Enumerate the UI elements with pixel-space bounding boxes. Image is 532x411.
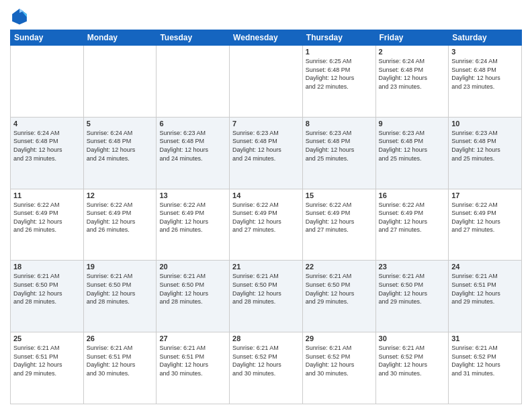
day-cell: 13Sunrise: 6:22 AM Sunset: 6:49 PM Dayli… bbox=[157, 189, 230, 261]
day-info-text: Sunrise: 6:21 AM Sunset: 6:51 PM Dayligh… bbox=[451, 273, 500, 305]
day-cell: 16Sunrise: 6:22 AM Sunset: 6:49 PM Dayli… bbox=[375, 189, 449, 261]
week-row-3: 11Sunrise: 6:22 AM Sunset: 6:49 PM Dayli… bbox=[11, 189, 522, 261]
day-number: 19 bbox=[87, 263, 154, 271]
day-cell: 30Sunrise: 6:21 AM Sunset: 6:52 PM Dayli… bbox=[375, 332, 449, 404]
calendar-body: 1Sunrise: 6:25 AM Sunset: 6:48 PM Daylig… bbox=[11, 46, 522, 404]
day-number: 18 bbox=[13, 263, 81, 271]
week-row-4: 18Sunrise: 6:21 AM Sunset: 6:50 PM Dayli… bbox=[11, 261, 522, 332]
day-cell: 22Sunrise: 6:21 AM Sunset: 6:50 PM Dayli… bbox=[302, 261, 375, 332]
day-number: 26 bbox=[87, 334, 154, 342]
day-number: 9 bbox=[379, 120, 446, 128]
day-info-text: Sunrise: 6:22 AM Sunset: 6:49 PM Dayligh… bbox=[306, 201, 355, 234]
day-cell: 6Sunrise: 6:23 AM Sunset: 6:48 PM Daylig… bbox=[157, 117, 230, 189]
day-number: 28 bbox=[232, 334, 300, 342]
day-cell: 2Sunrise: 6:24 AM Sunset: 6:48 PM Daylig… bbox=[375, 46, 449, 118]
day-cell: 24Sunrise: 6:21 AM Sunset: 6:51 PM Dayli… bbox=[449, 261, 522, 332]
day-number: 30 bbox=[379, 334, 446, 342]
header-cell-tuesday: Tuesday bbox=[157, 30, 230, 46]
day-info-text: Sunrise: 6:22 AM Sunset: 6:49 PM Dayligh… bbox=[159, 201, 208, 234]
day-number: 16 bbox=[379, 191, 446, 199]
day-number: 27 bbox=[159, 334, 226, 342]
header-cell-sunday: Sunday bbox=[11, 30, 84, 46]
calendar-header: SundayMondayTuesdayWednesdayThursdayFrid… bbox=[11, 30, 522, 46]
day-number: 8 bbox=[306, 120, 373, 128]
day-number: 3 bbox=[451, 48, 519, 56]
day-cell: 23Sunrise: 6:21 AM Sunset: 6:50 PM Dayli… bbox=[375, 261, 449, 332]
day-number: 6 bbox=[159, 120, 226, 128]
header-row: SundayMondayTuesdayWednesdayThursdayFrid… bbox=[11, 30, 522, 46]
day-info-text: Sunrise: 6:22 AM Sunset: 6:49 PM Dayligh… bbox=[232, 201, 281, 234]
day-number: 15 bbox=[306, 191, 373, 199]
day-cell: 31Sunrise: 6:21 AM Sunset: 6:52 PM Dayli… bbox=[449, 332, 522, 404]
day-info-text: Sunrise: 6:23 AM Sunset: 6:48 PM Dayligh… bbox=[379, 130, 428, 162]
day-cell: 26Sunrise: 6:21 AM Sunset: 6:51 PM Dayli… bbox=[83, 332, 157, 404]
day-cell: 19Sunrise: 6:21 AM Sunset: 6:50 PM Dayli… bbox=[83, 261, 157, 332]
day-info-text: Sunrise: 6:21 AM Sunset: 6:52 PM Dayligh… bbox=[306, 345, 355, 377]
day-info-text: Sunrise: 6:21 AM Sunset: 6:50 PM Dayligh… bbox=[306, 273, 355, 305]
day-number: 13 bbox=[159, 191, 226, 199]
day-number: 17 bbox=[451, 191, 519, 199]
day-number: 31 bbox=[451, 334, 519, 342]
day-cell: 27Sunrise: 6:21 AM Sunset: 6:51 PM Dayli… bbox=[157, 332, 230, 404]
day-cell bbox=[83, 46, 157, 118]
day-number: 25 bbox=[13, 334, 81, 342]
day-cell: 21Sunrise: 6:21 AM Sunset: 6:50 PM Dayli… bbox=[230, 261, 303, 332]
day-number: 22 bbox=[306, 263, 373, 271]
header-cell-monday: Monday bbox=[83, 30, 157, 46]
page: SundayMondayTuesdayWednesdayThursdayFrid… bbox=[0, 0, 532, 411]
day-number: 24 bbox=[451, 263, 519, 271]
day-cell: 11Sunrise: 6:22 AM Sunset: 6:49 PM Dayli… bbox=[11, 189, 84, 261]
day-number: 4 bbox=[13, 120, 81, 128]
day-info-text: Sunrise: 6:21 AM Sunset: 6:52 PM Dayligh… bbox=[379, 345, 428, 377]
day-cell: 29Sunrise: 6:21 AM Sunset: 6:52 PM Dayli… bbox=[302, 332, 375, 404]
day-info-text: Sunrise: 6:21 AM Sunset: 6:51 PM Dayligh… bbox=[159, 345, 208, 377]
day-number: 14 bbox=[232, 191, 300, 199]
day-info-text: Sunrise: 6:22 AM Sunset: 6:49 PM Dayligh… bbox=[379, 201, 428, 234]
day-number: 21 bbox=[232, 263, 300, 271]
day-info-text: Sunrise: 6:24 AM Sunset: 6:48 PM Dayligh… bbox=[451, 58, 500, 90]
day-info-text: Sunrise: 6:24 AM Sunset: 6:48 PM Dayligh… bbox=[379, 58, 428, 90]
day-number: 7 bbox=[232, 120, 300, 128]
day-cell bbox=[11, 46, 84, 118]
header-cell-friday: Friday bbox=[375, 30, 449, 46]
day-info-text: Sunrise: 6:21 AM Sunset: 6:50 PM Dayligh… bbox=[13, 273, 62, 305]
day-number: 10 bbox=[451, 120, 519, 128]
day-info-text: Sunrise: 6:22 AM Sunset: 6:49 PM Dayligh… bbox=[13, 201, 62, 234]
day-cell bbox=[230, 46, 303, 118]
day-cell: 7Sunrise: 6:23 AM Sunset: 6:48 PM Daylig… bbox=[230, 117, 303, 189]
week-row-2: 4Sunrise: 6:24 AM Sunset: 6:48 PM Daylig… bbox=[11, 117, 522, 189]
day-cell: 28Sunrise: 6:21 AM Sunset: 6:52 PM Dayli… bbox=[230, 332, 303, 404]
day-number: 20 bbox=[159, 263, 226, 271]
day-info-text: Sunrise: 6:21 AM Sunset: 6:50 PM Dayligh… bbox=[159, 273, 208, 305]
day-cell: 15Sunrise: 6:22 AM Sunset: 6:49 PM Dayli… bbox=[302, 189, 375, 261]
day-info-text: Sunrise: 6:21 AM Sunset: 6:51 PM Dayligh… bbox=[87, 345, 136, 377]
day-cell: 25Sunrise: 6:21 AM Sunset: 6:51 PM Dayli… bbox=[11, 332, 84, 404]
day-info-text: Sunrise: 6:21 AM Sunset: 6:52 PM Dayligh… bbox=[232, 345, 281, 377]
day-info-text: Sunrise: 6:23 AM Sunset: 6:48 PM Dayligh… bbox=[232, 130, 281, 162]
logo bbox=[10, 7, 32, 26]
day-cell: 10Sunrise: 6:23 AM Sunset: 6:48 PM Dayli… bbox=[449, 117, 522, 189]
day-number: 2 bbox=[379, 48, 446, 56]
day-number: 29 bbox=[306, 334, 373, 342]
day-cell bbox=[157, 46, 230, 118]
day-number: 1 bbox=[306, 48, 373, 56]
day-cell: 1Sunrise: 6:25 AM Sunset: 6:48 PM Daylig… bbox=[302, 46, 375, 118]
logo-icon bbox=[10, 7, 29, 26]
day-cell: 18Sunrise: 6:21 AM Sunset: 6:50 PM Dayli… bbox=[11, 261, 84, 332]
day-cell: 8Sunrise: 6:23 AM Sunset: 6:48 PM Daylig… bbox=[302, 117, 375, 189]
day-cell: 9Sunrise: 6:23 AM Sunset: 6:48 PM Daylig… bbox=[375, 117, 449, 189]
day-cell: 12Sunrise: 6:22 AM Sunset: 6:49 PM Dayli… bbox=[83, 189, 157, 261]
day-cell: 3Sunrise: 6:24 AM Sunset: 6:48 PM Daylig… bbox=[449, 46, 522, 118]
day-cell: 20Sunrise: 6:21 AM Sunset: 6:50 PM Dayli… bbox=[157, 261, 230, 332]
day-number: 23 bbox=[379, 263, 446, 271]
day-info-text: Sunrise: 6:23 AM Sunset: 6:48 PM Dayligh… bbox=[159, 130, 208, 162]
week-row-1: 1Sunrise: 6:25 AM Sunset: 6:48 PM Daylig… bbox=[11, 46, 522, 118]
day-info-text: Sunrise: 6:21 AM Sunset: 6:52 PM Dayligh… bbox=[451, 345, 500, 377]
day-info-text: Sunrise: 6:22 AM Sunset: 6:49 PM Dayligh… bbox=[451, 201, 500, 234]
header bbox=[10, 7, 522, 26]
day-info-text: Sunrise: 6:25 AM Sunset: 6:48 PM Dayligh… bbox=[306, 58, 355, 90]
day-cell: 5Sunrise: 6:24 AM Sunset: 6:48 PM Daylig… bbox=[83, 117, 157, 189]
day-info-text: Sunrise: 6:24 AM Sunset: 6:48 PM Dayligh… bbox=[87, 130, 136, 162]
week-row-5: 25Sunrise: 6:21 AM Sunset: 6:51 PM Dayli… bbox=[11, 332, 522, 404]
header-cell-thursday: Thursday bbox=[302, 30, 375, 46]
